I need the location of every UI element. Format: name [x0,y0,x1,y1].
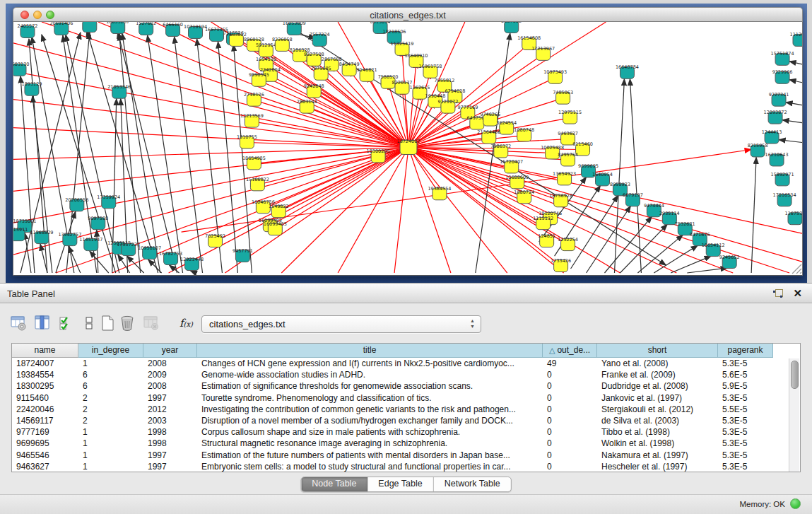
cell-pagerank: 5.3E-5 [718,461,773,472]
table-row[interactable]: 911546021997Tourette syndrome. Phenomeno… [12,392,800,404]
clear-table-icon [143,315,161,333]
column-header-short[interactable]: short [597,344,718,358]
graph-node-label: 9457791 [233,248,253,254]
cell-name: 22420046 [12,404,78,415]
graph-node-label: 7986372 [490,144,511,149]
graph-node-label: 8813054 [370,22,391,25]
column-header-title[interactable]: title [197,344,543,358]
cell-short: de Silva et al. (2003) [597,415,718,426]
cell-title: Corpus callosum shape and size in male p… [197,426,543,438]
graph-node-label: 18756928 [549,193,572,199]
column-header-pagerank[interactable]: pagerank [718,344,773,358]
table-row[interactable]: 969969511998Structural magnetic resonanc… [12,438,800,449]
graph-node-label: 10958107 [138,245,161,251]
graph-node-label: 7557224 [310,32,330,37]
column-header-in_degree[interactable]: in_degree [78,344,143,358]
graph-node-label: 9463627 [558,131,578,136]
graph-node-label: 1362615 [410,85,430,90]
network-canvas[interactable]: 2405572206914061693552410053287152760264… [13,22,803,276]
tab-node-table[interactable]: Node Table [301,477,367,491]
cell-short: Jankovic et al. (1997) [597,392,718,404]
cell-in_degree: 2 [78,404,143,415]
graph-node-label: 18735061 [13,218,36,224]
graph-node-label: 3915911 [13,227,28,233]
select-columns-icon[interactable] [58,315,76,333]
table-row[interactable]: 1938455462009Genome-wide association stu… [12,369,800,380]
delete-table-icon[interactable] [119,315,137,333]
cell-name: 9463627 [12,461,78,472]
graph-edge [779,140,802,143]
graph-node-label: 16648784 [616,64,639,70]
cell-pagerank: 5.3E-5 [718,450,773,461]
graph-node-label: 11325419 [391,41,414,47]
graph-node-label: 8495764 [558,152,578,158]
row-height-icon[interactable] [81,315,99,333]
cell-in_degree: 1 [78,426,143,438]
table-source-value: citations_edges.txt [209,319,286,329]
cell-name: 9465546 [12,450,78,461]
graph-edge [789,62,802,64]
graph-node-label: 1549822 [269,204,289,209]
column-header-name[interactable]: name [12,344,78,358]
column-header-year[interactable]: year [143,344,197,358]
network-window-titlebar[interactable]: citations_edges.txt [13,7,803,22]
graph-edge [792,264,801,274]
table-settings-icon[interactable] [10,315,28,333]
table-row[interactable]: 946362711997Embryonic stem cells: a mode… [12,461,800,472]
graph-edge [127,256,144,273]
table-scrollbar[interactable] [789,358,799,472]
scrollbar-thumb[interactable] [791,361,799,389]
table-source-select[interactable]: citations_edges.txt ▲▼ [201,315,481,333]
close-panel-icon[interactable]: ✕ [793,287,802,300]
cell-out_degree: 0 [543,438,597,449]
memory-status-dot[interactable] [790,498,801,509]
cell-name: 18300295 [12,380,78,392]
function-builder-icon[interactable]: f(x) [180,317,193,329]
graph-node-label: 7625402 [205,233,225,239]
table-row[interactable]: 1830029562008Estimation of significance … [12,380,800,392]
graph-node-label: 2718126 [244,92,264,98]
tab-edge-table[interactable]: Edge Table [367,477,433,491]
tab-network-table[interactable]: Network Table [434,477,511,491]
show-columns-icon[interactable] [34,315,52,333]
table-row[interactable]: 2242004622012Investigating the contribut… [12,404,800,415]
graph-node-label: 9242848 [304,83,324,89]
graph-node-label: 8958923 [610,182,630,187]
table-row[interactable]: 946554611997Estimation of the future num… [12,450,800,461]
graph-node-label: 18724007 [397,139,420,144]
graph-edge [539,177,587,242]
graph-node-label: 1080748 [514,127,534,133]
graph-node-label: 8454749 [339,62,360,67]
graph-node-label: 9146821 [357,67,377,73]
graph-node-label: 6679197 [623,192,643,198]
graph-node-label: 2935114 [659,211,680,216]
column-header-out_degree[interactable]: △out_de... [543,344,597,358]
cell-short: Wolkin et al. (1998) [597,438,718,449]
graph-node-label: 12975115 [558,110,582,115]
network-window: citations_edges.txt 24055722069140616935… [13,7,803,276]
graph-node-label: 9097588 [88,216,108,221]
new-column-icon[interactable] [99,315,117,333]
cell-name: 9115460 [12,392,78,404]
table-row[interactable]: 1456911722003Disruption of a novel membe… [12,415,800,426]
table-row[interactable]: 977716911998Corpus callosum shape and si… [12,426,800,438]
graph-node-label: 16154808 [517,35,541,41]
cell-pagerank: 5.3E-5 [718,438,773,449]
graph-node-label: 18218506 [383,29,406,35]
graph-node-label: 16210643 [765,152,789,158]
graph-node-label: 7955812 [434,78,454,83]
cell-out_degree: 0 [543,415,597,426]
cell-title: Embryonic stem cells: a model to study s… [197,461,543,472]
graph-node-label: 3624554 [496,120,517,126]
graph-node-label: 18654985 [242,156,266,161]
graph-edge [782,120,802,123]
float-window-icon[interactable] [773,289,782,298]
table-row[interactable]: 1872400712008Changes of HCN gene express… [12,358,800,369]
graph-node-label: 1252254 [558,237,578,243]
cell-pagerank: 5.5E-5 [718,404,773,415]
cell-name: 18724007 [12,358,78,369]
graph-node-label: 19384554 [428,186,451,192]
graph-node-label: 8226058 [272,37,293,42]
graph-node-label: 1733426 [551,258,571,264]
cell-name: 9699695 [12,438,78,449]
